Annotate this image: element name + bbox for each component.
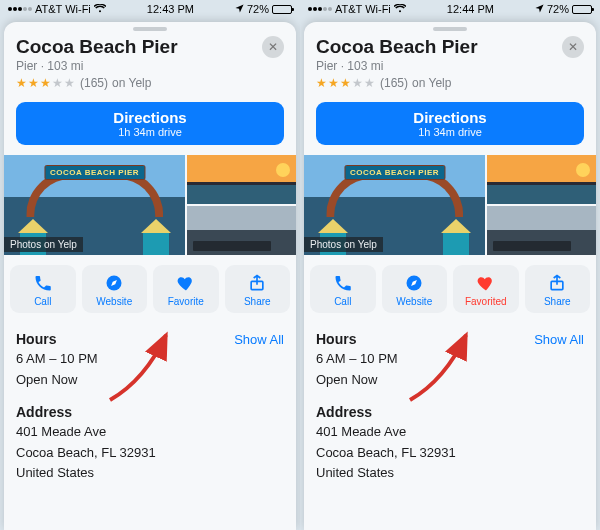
arch-sign: COCOA BEACH PIER <box>344 165 445 180</box>
battery-icon <box>272 5 292 14</box>
hours-section: Hours Show All 6 AM – 10 PM Open Now <box>304 323 596 396</box>
compass-icon <box>404 273 424 293</box>
hours-section: Hours Show All 6 AM – 10 PM Open Now <box>4 323 296 396</box>
signal-icon <box>308 7 332 11</box>
clock: 12:43 PM <box>147 3 194 15</box>
share-icon <box>247 273 267 293</box>
call-label: Call <box>34 296 51 307</box>
hours-heading: Hours <box>16 331 56 347</box>
call-label: Call <box>334 296 351 307</box>
directions-eta: 1h 34m drive <box>16 126 284 138</box>
photos-label: Photos on Yelp <box>304 237 383 252</box>
photo-thumb[interactable] <box>187 206 296 255</box>
website-button[interactable]: Website <box>82 265 148 313</box>
close-icon: ✕ <box>268 40 278 54</box>
photo-strip[interactable]: COCOA BEACH PIER Photos on Yelp <box>4 155 296 255</box>
close-button[interactable]: ✕ <box>562 36 584 58</box>
favorite-label: Favorite <box>168 296 204 307</box>
photo-thumb[interactable] <box>487 206 596 255</box>
rating-count: (165) <box>80 76 108 90</box>
battery-icon <box>572 5 592 14</box>
heart-icon <box>476 273 496 293</box>
share-button[interactable]: Share <box>525 265 591 313</box>
rating-source: on Yelp <box>112 76 151 90</box>
status-bar: AT&T Wi-Fi 12:43 PM 72% <box>0 0 300 18</box>
directions-button[interactable]: Directions 1h 34m drive <box>316 102 584 145</box>
address-line: Cocoa Beach, FL 32931 <box>16 444 284 462</box>
close-button[interactable]: ✕ <box>262 36 284 58</box>
location-icon <box>235 3 244 15</box>
wifi-icon <box>394 3 406 15</box>
photo-thumb[interactable] <box>187 155 296 204</box>
photos-label: Photos on Yelp <box>4 237 83 252</box>
website-label: Website <box>396 296 432 307</box>
rating[interactable]: ★★★★★ (165) on Yelp <box>16 76 284 90</box>
share-button[interactable]: Share <box>225 265 291 313</box>
battery-pct: 72% <box>247 3 269 15</box>
clock: 12:44 PM <box>447 3 494 15</box>
address-section: Address 401 Meade Ave Cocoa Beach, FL 32… <box>304 396 596 490</box>
hours-status: Open Now <box>16 371 284 389</box>
hours-range: 6 AM – 10 PM <box>316 350 584 368</box>
favorite-button[interactable]: Favorited <box>453 265 519 313</box>
address-line: 401 Meade Ave <box>16 423 284 441</box>
heart-icon <box>176 273 196 293</box>
hours-range: 6 AM – 10 PM <box>16 350 284 368</box>
website-label: Website <box>96 296 132 307</box>
action-row: Call Website Favorited Share <box>304 265 596 323</box>
status-bar: AT&T Wi-Fi 12:44 PM 72% <box>300 0 600 18</box>
place-title: Cocoa Beach Pier <box>316 36 584 58</box>
phone-icon <box>333 273 353 293</box>
website-button[interactable]: Website <box>382 265 448 313</box>
close-icon: ✕ <box>568 40 578 54</box>
star-icon: ★★★★★ <box>316 76 376 90</box>
hours-heading: Hours <box>316 331 356 347</box>
show-all-button[interactable]: Show All <box>534 332 584 347</box>
address-line: United States <box>316 464 584 482</box>
signal-icon <box>8 7 32 11</box>
directions-label: Directions <box>316 109 584 126</box>
call-button[interactable]: Call <box>10 265 76 313</box>
photo-main[interactable]: COCOA BEACH PIER Photos on Yelp <box>304 155 485 255</box>
place-title: Cocoa Beach Pier <box>16 36 284 58</box>
place-subtitle: Pier · 103 mi <box>16 59 284 73</box>
location-icon <box>535 3 544 15</box>
directions-button[interactable]: Directions 1h 34m drive <box>16 102 284 145</box>
phone-icon <box>33 273 53 293</box>
address-heading: Address <box>16 404 72 420</box>
share-label: Share <box>544 296 571 307</box>
rating[interactable]: ★★★★★ (165) on Yelp <box>316 76 584 90</box>
place-card: Cocoa Beach Pier Pier · 103 mi ★★★★★ (16… <box>4 22 296 530</box>
favorite-button[interactable]: Favorite <box>153 265 219 313</box>
photo-thumb[interactable] <box>487 155 596 204</box>
address-heading: Address <box>316 404 372 420</box>
action-row: Call Website Favorite Share <box>4 265 296 323</box>
arch-sign: COCOA BEACH PIER <box>44 165 145 180</box>
call-button[interactable]: Call <box>310 265 376 313</box>
phone-right: AT&T Wi-Fi 12:44 PM 72% Cocoa Beach Pier… <box>300 0 600 530</box>
address-section: Address 401 Meade Ave Cocoa Beach, FL 32… <box>4 396 296 490</box>
rating-source: on Yelp <box>412 76 451 90</box>
share-icon <box>547 273 567 293</box>
address-line: 401 Meade Ave <box>316 423 584 441</box>
star-icon: ★★★★★ <box>16 76 76 90</box>
compass-icon <box>104 273 124 293</box>
carrier-label: AT&T Wi-Fi <box>35 3 91 15</box>
carrier-label: AT&T Wi-Fi <box>335 3 391 15</box>
phone-left: AT&T Wi-Fi 12:43 PM 72% Cocoa Beach Pier… <box>0 0 300 530</box>
photo-strip[interactable]: COCOA BEACH PIER Photos on Yelp <box>304 155 596 255</box>
wifi-icon <box>94 3 106 15</box>
rating-count: (165) <box>380 76 408 90</box>
directions-label: Directions <box>16 109 284 126</box>
photo-main[interactable]: COCOA BEACH PIER Photos on Yelp <box>4 155 185 255</box>
share-label: Share <box>244 296 271 307</box>
show-all-button[interactable]: Show All <box>234 332 284 347</box>
place-subtitle: Pier · 103 mi <box>316 59 584 73</box>
battery-pct: 72% <box>547 3 569 15</box>
address-line: Cocoa Beach, FL 32931 <box>316 444 584 462</box>
place-card: Cocoa Beach Pier Pier · 103 mi ★★★★★ (16… <box>304 22 596 530</box>
directions-eta: 1h 34m drive <box>316 126 584 138</box>
address-line: United States <box>16 464 284 482</box>
favorite-label: Favorited <box>465 296 507 307</box>
hours-status: Open Now <box>316 371 584 389</box>
